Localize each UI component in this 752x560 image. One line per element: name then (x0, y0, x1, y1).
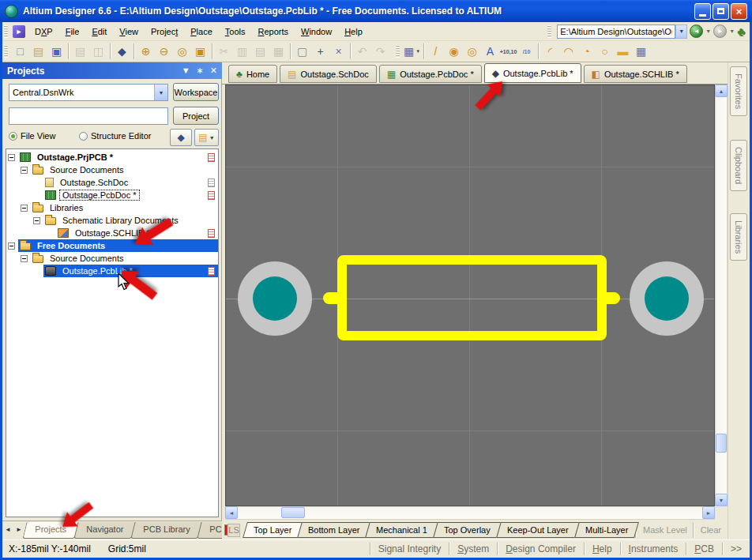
structure-editor-radio[interactable]: Structure Editor (79, 131, 151, 141)
status-button-pcb[interactable]: PCB (686, 543, 722, 555)
file-view-radio[interactable]: File View (9, 131, 55, 141)
place-dimension-button[interactable]: /10 (517, 43, 536, 60)
layer-tab-multi-layer[interactable]: Multi-Layer (574, 522, 639, 538)
main-toolbar-grip[interactable] (4, 45, 8, 58)
back-dropdown-icon[interactable]: ▼ (705, 28, 711, 34)
placement-toolbar-grip[interactable] (396, 45, 400, 58)
document-tab-outstage-pcblib[interactable]: ◆Outstage.PcbLib * (484, 63, 581, 83)
move-object-button[interactable]: + (311, 43, 329, 60)
menu-item-help[interactable]: Help (338, 24, 369, 39)
select-area-button[interactable]: ▢ (293, 43, 311, 60)
panel-tab-projects[interactable]: Projects (22, 522, 78, 539)
menu-item-reports[interactable]: Reports (251, 24, 295, 39)
component-lead-left[interactable] (323, 292, 337, 304)
copy-button[interactable]: ▥ (233, 43, 251, 60)
document-tab-home[interactable]: ♣Home (228, 65, 277, 83)
panel-tab-pcb[interactable]: PCB (197, 522, 222, 539)
scroll-up-icon[interactable]: ▲ (715, 85, 728, 97)
tree-collapse-icon[interactable] (33, 217, 40, 224)
print-button[interactable]: ▤ (71, 43, 89, 60)
back-button[interactable]: ◄ (690, 24, 703, 38)
browse-components-button[interactable]: ◆ (170, 129, 192, 146)
arc-edge-button[interactable]: ◠ (559, 43, 577, 60)
scroll-left-icon[interactable]: ◄ (225, 506, 238, 519)
tree-row[interactable]: Source Documents (6, 252, 218, 265)
tree-row[interactable]: Free Documents (6, 239, 218, 252)
tree-row[interactable]: Libraries (6, 201, 218, 214)
tabs-scroll-right-icon[interactable]: ► (13, 521, 24, 533)
tree-collapse-icon[interactable] (8, 242, 15, 250)
vertical-scrollbar[interactable]: ▲ ▼ (715, 85, 728, 506)
pcb-canvas[interactable] (225, 85, 715, 506)
status-button-help[interactable]: Help (584, 543, 620, 555)
menu-item-file[interactable]: File (59, 24, 86, 39)
menu-item-dxp[interactable]: DXP (28, 24, 59, 39)
tree-collapse-icon[interactable] (21, 255, 28, 262)
open-document-button[interactable]: ▤ (29, 43, 47, 60)
status-button-[interactable]: >> (722, 543, 750, 555)
layer-tab-top-layer[interactable]: Top Layer (243, 522, 303, 538)
tree-row-body[interactable]: Source Documents (31, 163, 218, 176)
menu-item-project[interactable]: Project (145, 24, 184, 39)
full-circle-button[interactable]: ○ (596, 43, 614, 60)
chevron-down-icon[interactable]: ▼ (415, 49, 420, 54)
document-tab-outstage-schlib[interactable]: ◧Outstage.SCHLIB * (584, 65, 687, 83)
paste-array-button[interactable]: ▦ (269, 43, 288, 60)
vertical-scroll-thumb[interactable] (716, 434, 727, 453)
layer-tab-bottom-layer[interactable]: Bottom Layer (297, 522, 370, 538)
menu-item-window[interactable]: Window (295, 24, 338, 39)
scroll-right-icon[interactable]: ► (702, 506, 715, 519)
zoom-out-button[interactable]: ⊖ (155, 43, 173, 60)
workspace-combo-arrow-icon[interactable]: ▼ (154, 85, 167, 100)
grid-settings-button[interactable]: ▦▼ (403, 43, 421, 60)
toolbar-grip[interactable] (4, 25, 8, 38)
tree-row[interactable]: Outstage.PcbLib * (6, 265, 218, 277)
place-coordinate-button[interactable]: +10,10 (499, 43, 517, 60)
project-combo[interactable] (9, 107, 168, 125)
address-dropdown-icon[interactable]: ▼ (675, 24, 687, 39)
pushpin-icon[interactable]: ∗ (197, 66, 204, 76)
deselect-button[interactable]: × (329, 43, 348, 60)
tree-row-body[interactable]: Schematic Library Documents (43, 214, 218, 227)
place-line-button[interactable]: / (427, 43, 445, 60)
tree-row-body[interactable]: Outstage.PcbLib * (43, 265, 218, 277)
layer-set-label[interactable]: LS (227, 524, 239, 537)
new-document-button[interactable]: □ (11, 43, 29, 60)
layer-tab-keep-out-layer[interactable]: Keep-Out Layer (496, 522, 579, 538)
place-via-button[interactable]: ◎ (463, 43, 481, 60)
home-tree-icon[interactable]: ♣ (737, 25, 745, 37)
horizontal-scroll-thumb[interactable] (281, 507, 305, 518)
document-tab-outstage-pcbdoc[interactable]: ▦Outstage.PcbDoc * (379, 65, 482, 83)
paste-special-button[interactable]: ▦ (632, 43, 650, 60)
component-lead-right[interactable] (606, 292, 620, 304)
tree-row-body[interactable]: Source Documents (31, 252, 218, 265)
project-button[interactable]: Project (173, 107, 219, 125)
tree-row-body[interactable]: Free Documents (18, 239, 218, 252)
browse-library-button[interactable]: ◆ (113, 43, 131, 60)
status-button-design-compiler[interactable]: Design Compiler (497, 543, 584, 555)
horizontal-scrollbar[interactable]: ◄ ► (225, 506, 715, 520)
tree-collapse-icon[interactable] (8, 154, 15, 161)
panel-close-icon[interactable]: ✕ (210, 66, 217, 76)
open-document-button[interactable]: ▤ ▼ (194, 129, 219, 146)
tree-row-body[interactable]: Outstage.PcbDoc * (43, 189, 218, 201)
tree-row-body[interactable]: Libraries (31, 201, 218, 214)
tree-row-body[interactable]: Outstage.SCHLIB * (56, 227, 218, 239)
print-preview-button[interactable]: ◫ (89, 43, 107, 60)
panel-menu-icon[interactable]: ▼ (182, 66, 190, 76)
tree-row[interactable]: Schematic Library Documents (6, 214, 218, 227)
menu-item-edit[interactable]: Edit (85, 24, 113, 39)
pad-1[interactable] (238, 261, 312, 336)
arc-angle-button[interactable]: ◔ (577, 43, 596, 60)
clear-button[interactable]: Clear (694, 522, 728, 538)
forward-button[interactable]: ► (713, 24, 727, 38)
tree-collapse-icon[interactable] (21, 167, 28, 174)
scroll-down-icon[interactable]: ▼ (715, 494, 728, 506)
status-button-signal-integrity[interactable]: Signal Integrity (370, 543, 449, 555)
undo-button[interactable]: ↶ (353, 43, 371, 60)
panel-tab-navigator[interactable]: Navigator (73, 522, 135, 539)
arc-center-button[interactable]: ◜ (541, 43, 559, 60)
forward-dropdown-icon[interactable]: ▼ (729, 28, 735, 34)
close-button[interactable]: × (731, 3, 747, 20)
component-outline[interactable] (337, 255, 607, 340)
